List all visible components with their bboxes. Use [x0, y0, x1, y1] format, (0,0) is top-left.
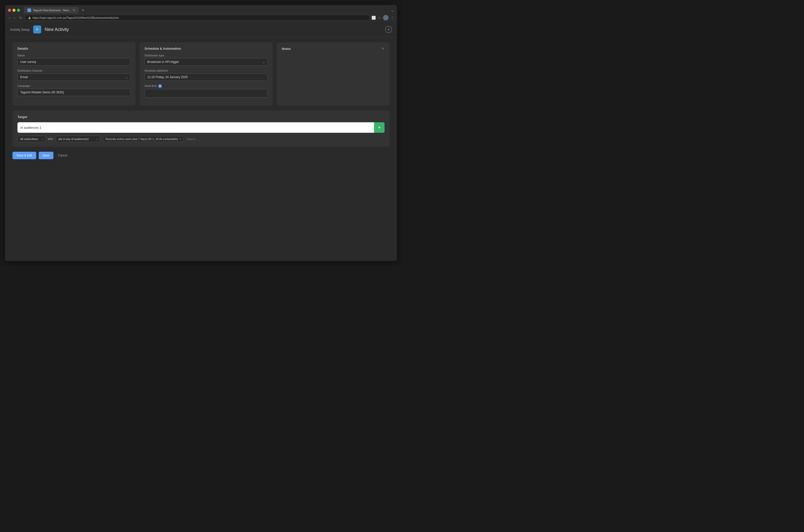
ssl-lock-icon: 🔒 — [28, 17, 31, 19]
tab-title: Taguchi New Business - New... — [33, 9, 71, 12]
footer-buttons: Save & Edit Save Cancel — [13, 152, 389, 164]
cast-button[interactable]: ⬜ — [371, 16, 376, 20]
browser-expand-icon: ⌄ — [391, 8, 394, 13]
schedule-section-title: Schedule & Automation — [145, 47, 268, 51]
target-query-text: in audiences 1 — [20, 123, 374, 132]
schedule-card: Schedule & Automation Distribution type … — [140, 42, 273, 106]
subscriber-type-select[interactable]: All subscribers Any subscriber — [17, 136, 45, 142]
distribution-type-field-group: Distribution type Broadcast or API trigg… — [145, 54, 268, 65]
campaign-field-group: Campaign — [17, 84, 131, 96]
profile-avatar[interactable] — [383, 15, 388, 20]
schedule-datetime-input[interactable] — [145, 73, 268, 81]
distribution-channel-select[interactable]: Email SMS Push — [17, 73, 131, 81]
notes-edit-icon[interactable]: ✎ — [382, 47, 385, 51]
distribution-type-label: Distribution type — [145, 54, 268, 57]
target-section-title: Target — [17, 115, 385, 119]
save-button[interactable]: Save — [39, 152, 53, 159]
reload-button[interactable]: ↻ — [18, 15, 23, 20]
target-section: Target in audiences 1 + All subscribers … — [13, 111, 389, 147]
send-limit-input[interactable] — [145, 89, 268, 98]
target-query-row: in audiences 1 + — [17, 122, 385, 133]
condition-select[interactable]: are in any of audience(s) are not in any… — [56, 136, 100, 142]
audience-tag-text: Recently active users (last 7 days) (ID … — [105, 137, 178, 140]
details-card: Details Name Distribution Channel Email … — [13, 42, 135, 106]
distribution-channel-label: Distribution Channel — [17, 69, 131, 72]
subscriber-type-wrapper: All subscribers Any subscriber — [17, 136, 45, 142]
schedule-datetime-label: Schedule date/time — [145, 69, 268, 72]
close-icon: ✕ — [387, 27, 390, 32]
distribution-channel-wrapper: Email SMS Push — [17, 73, 131, 81]
maximize-traffic-light[interactable] — [17, 9, 20, 12]
notes-header: Notes ✎ — [282, 47, 385, 51]
active-browser-tab[interactable]: Taguchi New Business - New... ✕ — [24, 7, 79, 14]
schedule-datetime-field-group: Schedule date/time — [145, 69, 268, 81]
audience-tag: Recently active users (last 7 days) (ID … — [103, 136, 184, 142]
send-limit-info-icon: i — [158, 84, 162, 88]
minimize-traffic-light[interactable] — [13, 9, 16, 12]
send-limit-label: Send limit i — [145, 84, 268, 88]
condition-wrapper: are in any of audience(s) are not in any… — [56, 136, 100, 142]
send-limit-field-group: Send limit i — [145, 84, 268, 98]
notes-section-title: Notes — [282, 47, 291, 51]
new-tab-button[interactable]: + — [81, 8, 86, 13]
distribution-type-wrapper: Broadcast or API trigger Triggered Recur… — [145, 58, 268, 65]
target-add-button[interactable]: + — [374, 122, 385, 133]
new-activity-icon-button[interactable]: + — [33, 25, 41, 34]
page-title: New Activity — [45, 27, 69, 32]
name-field-group: Name — [17, 54, 131, 65]
url-text: https://login.taguchi.com.au/Taguchi%20N… — [33, 16, 118, 19]
details-section-title: Details — [17, 47, 131, 51]
back-button[interactable]: ‹ — [8, 15, 11, 20]
campaign-label: Campaign — [17, 84, 131, 87]
save-edit-button[interactable]: Save & Edit — [13, 152, 36, 159]
forward-button[interactable]: › — [13, 15, 17, 20]
target-filters-row: All subscribers Any subscriber who are i… — [17, 136, 385, 142]
notes-card: Notes ✎ — [277, 42, 389, 106]
audience-search-input[interactable] — [186, 137, 206, 140]
who-label: who — [48, 137, 53, 141]
address-bar[interactable]: 🔒 https://login.taguchi.com.au/Taguchi%2… — [25, 15, 369, 20]
breadcrumb-text: Activity Setup — [10, 28, 30, 32]
close-traffic-light[interactable] — [8, 9, 11, 12]
audience-tag-close-button[interactable]: × — [179, 137, 181, 141]
close-button[interactable]: ✕ — [385, 26, 392, 33]
more-options-button[interactable]: ⋮ — [390, 16, 394, 20]
name-label: Name — [17, 54, 131, 57]
bookmark-button[interactable]: ☆ — [378, 16, 381, 20]
tab-close-button[interactable]: ✕ — [73, 8, 75, 12]
tab-favicon — [28, 8, 31, 12]
campaign-input[interactable] — [17, 89, 131, 96]
distribution-channel-field-group: Distribution Channel Email SMS Push — [17, 69, 131, 81]
distribution-type-select[interactable]: Broadcast or API trigger Triggered Recur… — [145, 58, 268, 65]
cancel-button[interactable]: Cancel — [56, 152, 69, 159]
name-input[interactable] — [17, 58, 131, 65]
